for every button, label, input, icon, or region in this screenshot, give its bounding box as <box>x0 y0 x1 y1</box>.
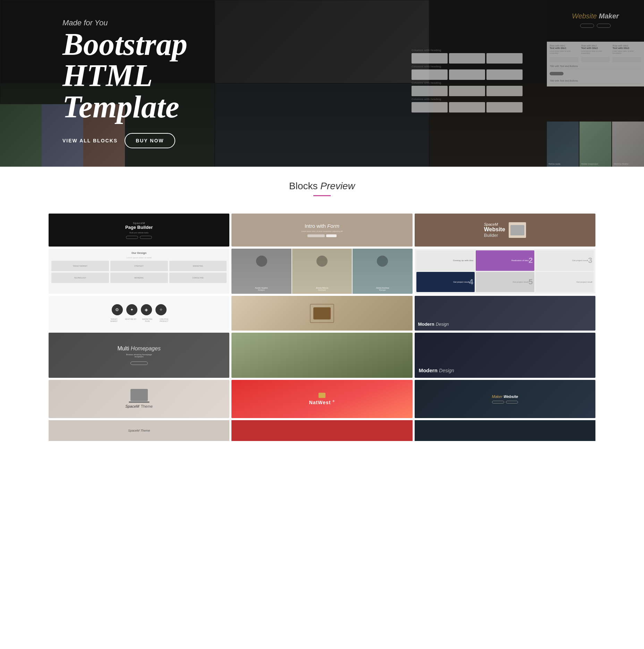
tile-modern-design[interactable]: Modern Design <box>415 296 595 331</box>
tile-spacem-theme[interactable]: SpaceM Theme <box>49 380 229 418</box>
icon-btn-4[interactable]: ✧ <box>155 304 167 315</box>
tile-numbered[interactable]: Coming up with idea Realisation of idea … <box>415 249 595 294</box>
icon-btn-1[interactable]: ⚙ <box>112 304 123 315</box>
spacem-theme-italic: SpaceM <box>125 404 139 408</box>
wm-btn-2[interactable] <box>506 401 518 403</box>
tile-terrace[interactable] <box>231 333 412 378</box>
numbered-grid: Coming up with idea Realisation of idea … <box>415 249 595 294</box>
tile-icons[interactable]: ⚙ ✦ ◈ ✧ TARGET MARKET WHAT WE DO MARKETI… <box>49 296 229 331</box>
website-maker-panel: Website Maker <box>547 0 644 40</box>
natwest-bg: NatWest ® <box>231 380 412 418</box>
od-item-3: MARKETING <box>169 261 227 271</box>
website-maker-label: Website Maker <box>572 12 619 20</box>
modern-design-2-text: Modern Design <box>419 367 454 374</box>
tile-our-design[interactable]: Our Design Lorem ipsum dolor sit amet TA… <box>49 249 229 294</box>
col-2: Row with title2 Text with title2 Lorem i… <box>581 44 610 54</box>
multi-homepage-desc: Browse amazing homepage templates <box>122 353 156 358</box>
ng-get-project-4: Get project result <box>535 272 594 292</box>
three-col-row-1: Row with title1 Text with title1 Lorem i… <box>550 44 641 54</box>
tile-natwest[interactable]: NatWest ® <box>231 380 412 418</box>
tile-intro-form[interactable]: Intro with Form Lorem ipsum dolor sit am… <box>231 214 412 247</box>
spacem-website-italic: SpaceM <box>484 222 498 226</box>
team-avatar-1 <box>256 256 267 267</box>
ng-get-project-2: Get project result 4 <box>416 272 475 292</box>
team-grid: Austin Sparks Designer Jimmy Moore Devel… <box>231 249 412 294</box>
modern-label-2: Modern <box>419 367 438 373</box>
spacem-website-image <box>509 222 526 238</box>
hero-content: Made for You Bootstrap HTML Template VIE… <box>0 18 187 148</box>
wm-btn-1[interactable] <box>492 401 504 403</box>
team-avatar-2 <box>316 256 328 267</box>
tile-team[interactable]: Austin Sparks Designer Jimmy Moore Devel… <box>231 249 412 294</box>
team-member-1: Austin Sparks Designer <box>231 249 291 294</box>
spacem-builder-md-label: Page Builder <box>125 225 153 230</box>
col-row-2 <box>412 69 523 80</box>
intro-form-inputs <box>307 234 337 237</box>
col-1: Row with title1 Text with title1 Lorem i… <box>550 44 578 54</box>
bp-left-label: SpaceM Theme <box>128 429 150 432</box>
intro-form-desc: Lorem ipsum dolor sit amet consectetur a… <box>302 230 343 232</box>
spacem-btn-2[interactable] <box>140 236 152 239</box>
team-name-1: Austin Sparks <box>255 287 268 289</box>
od-item-2: STRATEGY <box>110 261 168 271</box>
website-maker-buttons <box>580 24 611 28</box>
photo-3: Mobirise Builder <box>612 122 644 167</box>
icon-labels-row: TARGET MARKET WHAT WE DO MARKETING PLAN … <box>107 318 171 322</box>
hero-right-panel: Website Maker Row with title1 Text with … <box>408 0 644 167</box>
view-all-blocks-button[interactable]: VIEW ALL BLOCKS <box>62 138 118 143</box>
spacem-website-bold: Website <box>484 226 505 233</box>
icon-btn-3[interactable]: ◈ <box>141 304 152 315</box>
intro-form-content: Intro with Form Lorem ipsum dolor sit am… <box>231 214 412 247</box>
col-row-4 <box>412 102 523 113</box>
spacem-theme-text: SpaceM Theme <box>125 403 153 409</box>
three-col-row-2 <box>550 57 641 62</box>
blocks-preview-underline <box>313 195 331 196</box>
photo-2: Mobile responsive <box>579 122 611 167</box>
team-avatar-3 <box>377 256 388 267</box>
multi-homepage-text: Multi Homepages <box>117 346 161 352</box>
spacem-theme-bg: SpaceM Theme <box>49 380 229 418</box>
blocks-preview-title: Blocks Preview <box>0 181 644 192</box>
icon-label-3: MARKETING PLAN <box>141 318 154 322</box>
team-name-2: Jimmy Moore <box>316 287 328 289</box>
terrace-photo <box>231 333 412 378</box>
hero-title: Bootstrap HTML Template <box>62 29 187 123</box>
tile-conference-room[interactable] <box>231 296 412 331</box>
natwest-chip <box>319 393 325 398</box>
conference-chairs <box>310 304 334 323</box>
tile-multi-homepage[interactable]: Multi Homepages Browse amazing homepage … <box>49 333 229 378</box>
preview-grid: SpaceM Page Builder Build your website e… <box>49 214 595 418</box>
form-input-1[interactable] <box>307 234 325 237</box>
website-maker-btns <box>492 401 518 403</box>
website-maker-bg: Maker Website <box>415 380 595 418</box>
bp-left[interactable]: SpaceM Theme <box>49 420 229 441</box>
spacem-website-sub: Builder <box>484 233 498 238</box>
icon-btn-2[interactable]: ✦ <box>126 304 137 315</box>
modern-em-2: Design <box>439 368 454 373</box>
bp-right[interactable] <box>415 420 595 441</box>
col-row <box>412 53 523 64</box>
bp-center[interactable] <box>231 420 412 441</box>
tile-modern-design-2[interactable]: Modern Design <box>415 333 595 378</box>
hero-buttons: VIEW ALL BLOCKS BUY NOW <box>62 133 187 148</box>
icon-label-4: CREATIVE PRODUCT <box>157 318 171 322</box>
form-submit[interactable] <box>326 234 337 237</box>
spacem-btn-1[interactable] <box>126 236 138 239</box>
modern-design-label: Modern <box>418 322 434 327</box>
tile-spacem-builder[interactable]: SpaceM Page Builder Build your website e… <box>49 214 229 247</box>
modern-design-bg: Modern Design <box>415 296 595 331</box>
terrace-bg <box>231 333 412 378</box>
tab-title-1: Title with Text and Buttons <box>550 65 641 69</box>
buy-now-button[interactable]: BUY NOW <box>125 133 175 148</box>
spacem-website-text: SpaceM Website Builder <box>484 222 505 238</box>
natwest-brand-text: NatWest ® <box>309 400 335 405</box>
ng-get-project-1: Get project result 3 <box>535 250 594 271</box>
tile-website-maker[interactable]: Maker Website <box>415 380 595 418</box>
modern-design-text: Modern Design <box>418 321 449 327</box>
icons-content: ⚙ ✦ ◈ ✧ TARGET MARKET WHAT WE DO MARKETI… <box>49 296 229 331</box>
ng-get-project-3: Get project result 5 <box>476 272 534 292</box>
main-preview-section: SpaceM Page Builder Build your website e… <box>0 207 644 462</box>
tile-spacem-website[interactable]: SpaceM Website Builder <box>415 214 595 247</box>
bottom-partial-row: SpaceM Theme <box>49 420 595 441</box>
multi-homepage-btn[interactable] <box>130 361 148 365</box>
